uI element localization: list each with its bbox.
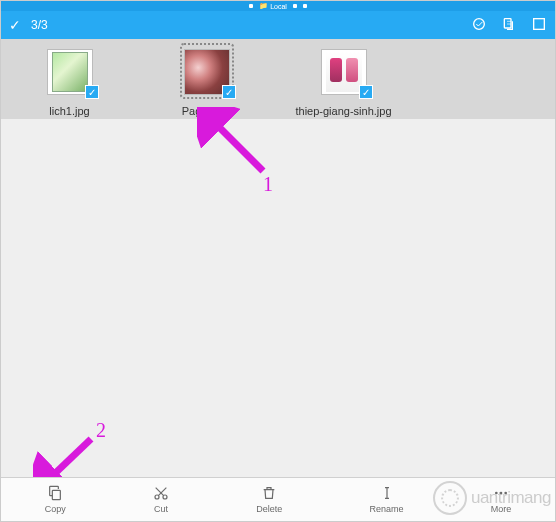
- delete-button[interactable]: Delete: [256, 485, 282, 514]
- status-dot-icon: [249, 4, 253, 8]
- cloud-icon[interactable]: [471, 16, 487, 35]
- file-item[interactable]: ✓ thiep-giang-sinh.jpg: [275, 49, 412, 117]
- annotation-label-1: 1: [263, 173, 273, 196]
- svg-rect-2: [534, 18, 545, 29]
- delete-icon: [261, 485, 277, 503]
- rename-label: Rename: [370, 504, 404, 514]
- status-dot-icon: [293, 4, 297, 8]
- file-item[interactable]: ✓ Page1.jpg: [138, 49, 275, 117]
- selected-check-icon[interactable]: ✓: [85, 85, 99, 99]
- copy-icon: [47, 485, 63, 503]
- cut-icon: [153, 485, 169, 503]
- delete-label: Delete: [256, 504, 282, 514]
- svg-point-0: [474, 18, 485, 29]
- rename-icon: [379, 485, 395, 503]
- status-location-text: Local: [270, 3, 287, 10]
- status-dot-icon: [303, 4, 307, 8]
- cut-label: Cut: [154, 504, 168, 514]
- app-screen: 📁 Local ✓ 3/3 ✓ lich1.jpg: [0, 0, 556, 522]
- selected-check-icon[interactable]: ✓: [222, 85, 236, 99]
- share-icon[interactable]: [501, 16, 517, 35]
- copy-button[interactable]: Copy: [45, 485, 66, 514]
- file-grid: ✓ lich1.jpg ✓ Page1.jpg ✓ thiep-giang-si…: [1, 39, 555, 129]
- watermark: uantrimang: [433, 481, 551, 515]
- file-name-label: Page1.jpg: [182, 105, 232, 117]
- status-location: 📁 Local: [259, 2, 287, 10]
- status-bar: 📁 Local: [1, 1, 555, 11]
- select-all-icon[interactable]: [531, 16, 547, 35]
- selected-check-icon[interactable]: ✓: [359, 85, 373, 99]
- svg-rect-7: [52, 490, 60, 499]
- header-actions: [471, 16, 547, 35]
- file-name-label: lich1.jpg: [49, 105, 89, 117]
- cut-button[interactable]: Cut: [153, 485, 169, 514]
- copy-label: Copy: [45, 504, 66, 514]
- rename-button[interactable]: Rename: [370, 485, 404, 514]
- annotation-label-2: 2: [96, 419, 106, 442]
- selection-header: ✓ 3/3: [1, 11, 555, 39]
- content-area: [1, 119, 555, 477]
- svg-rect-1: [504, 18, 511, 27]
- check-icon[interactable]: ✓: [9, 17, 21, 33]
- selection-count: 3/3: [31, 18, 48, 32]
- watermark-text: uantrimang: [471, 488, 551, 508]
- watermark-logo-icon: [433, 481, 467, 515]
- file-name-label: thiep-giang-sinh.jpg: [295, 105, 391, 117]
- file-item[interactable]: ✓ lich1.jpg: [1, 49, 138, 117]
